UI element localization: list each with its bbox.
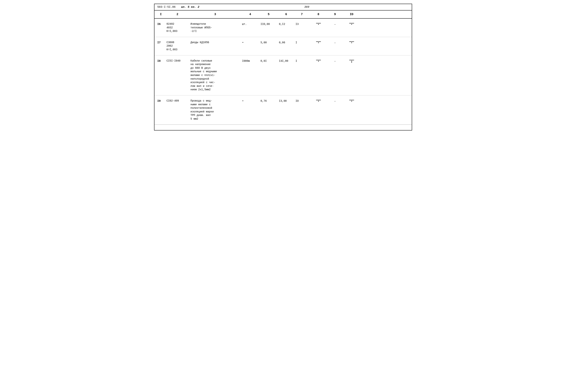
dash-symbol-4-8 xyxy=(310,99,327,102)
row-2-col9: - xyxy=(328,40,343,46)
row-4-col4: • xyxy=(241,98,260,104)
row-4-col1: I9 xyxy=(154,98,166,104)
row-1-col6: 0,I2 xyxy=(278,22,294,27)
column-headers: I 2 3 4 5 6 7 8 9 IO xyxy=(154,11,412,19)
bottom-frame xyxy=(154,125,412,130)
row-3-col8 xyxy=(309,58,328,62)
dash-symbol-2-10 xyxy=(344,41,360,43)
table-row: I8 СI5I-I040 Кабели силовые на напряжени… xyxy=(154,56,412,96)
table-row: I6 02402 4032 K=I,083 Извещатели тепловы… xyxy=(154,19,412,37)
row-1-col2: 02402 4032 K=I,083 xyxy=(166,22,190,34)
row-4-col10 xyxy=(343,98,361,102)
header-row: 503-I-5I.86 ал. 5 кн. 2 369 xyxy=(154,4,412,11)
col-header-6: 6 xyxy=(278,12,294,17)
dash-symbol-2-8 xyxy=(310,41,327,43)
col-header-3: 3 xyxy=(190,12,241,17)
row-2-col3: Диоды КД105Б xyxy=(190,40,241,45)
row-2-col10 xyxy=(343,40,361,44)
row-1-col4: шт. xyxy=(241,22,260,27)
row-4-col6: I3,00 xyxy=(278,98,294,104)
col-header-5: 5 xyxy=(260,12,278,17)
row-4-col5: 0,76 xyxy=(260,98,278,104)
row-4-col9: - xyxy=(328,98,343,104)
row-3-col7: I xyxy=(294,58,309,64)
row-3-col1: I8 xyxy=(154,58,166,64)
row-1-col9: - xyxy=(328,22,343,28)
row-2-col2: С3608 2062 K=I,083 xyxy=(166,40,190,52)
table-row: I7 С3608 2062 K=I,083 Диоды КД105Б • 5,0… xyxy=(154,37,412,56)
row-2-col4: • xyxy=(241,40,260,45)
dash-symbol-3-8 xyxy=(310,59,327,62)
col-header-4: 4 xyxy=(241,12,260,17)
page-number: 369 xyxy=(205,6,409,9)
col-header-8: 8 xyxy=(309,12,328,17)
col-header-9: 9 xyxy=(328,12,343,17)
row-4-col3: Провода с мед- ными жилами с полиэтилено… xyxy=(190,98,241,122)
row-3-col5: 0,0I xyxy=(260,58,278,64)
row-4-col2: СI02-409 xyxy=(166,98,190,104)
row-2-col7: I xyxy=(294,40,309,45)
table-row: I9 СI02-409 Провода с мед- ными жилами с… xyxy=(154,96,412,125)
row-1-col5: IIO,00 xyxy=(260,22,278,27)
dash-symbol-3-10 xyxy=(344,59,360,63)
data-rows: I6 02402 4032 K=I,083 Извещатели тепловы… xyxy=(154,19,412,125)
row-2-col1: I7 xyxy=(154,40,166,46)
dash-symbol-1-10 xyxy=(344,22,360,25)
page-wrapper: 503-I-5I.86 ал. 5 кн. 2 369 I 2 3 4 5 6 … xyxy=(154,4,412,130)
row-1-col1: I6 xyxy=(154,22,166,27)
row-3-col3: Кабели силовые на напряжение до 660 В дв… xyxy=(190,58,241,92)
row-2-col8 xyxy=(309,40,328,44)
row-1-col7: I3 xyxy=(294,22,309,27)
row-3-col10 xyxy=(343,58,361,64)
row-1-col8 xyxy=(309,22,328,26)
row-4-col7: IO xyxy=(294,98,309,104)
col-header-7: 7 xyxy=(294,12,309,17)
row-3-col2: СI5I-I040 xyxy=(166,58,190,64)
row-4-col8 xyxy=(309,98,328,102)
col-header-1: I xyxy=(154,12,166,17)
col-header-2: 2 xyxy=(166,12,190,17)
row-1-col3: Извещатели тепловые ИПО5- -2/I xyxy=(190,22,241,34)
doc-number: 503-I-5I.86 xyxy=(157,6,176,9)
row-3-col6: I4I,00 xyxy=(278,58,294,64)
row-3-col4: I000м xyxy=(241,58,260,64)
col-header-10: IO xyxy=(343,12,361,17)
row-1-col10 xyxy=(343,22,361,26)
row-2-col5: 5,00 xyxy=(260,40,278,45)
row-2-col6: 0,06 xyxy=(278,40,294,45)
dash-symbol-4-10 xyxy=(344,99,360,102)
dash-symbol-1-8 xyxy=(310,22,327,25)
row-3-col9: - xyxy=(328,58,343,64)
subtitle: ал. 5 кн. 2 xyxy=(181,6,199,9)
